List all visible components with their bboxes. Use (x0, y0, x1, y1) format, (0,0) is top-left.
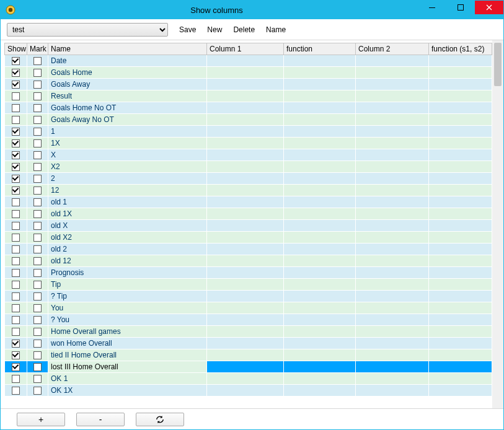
function2-cell[interactable] (429, 244, 492, 255)
table-row[interactable]: old 1 (5, 196, 492, 208)
mark-cell[interactable] (27, 267, 48, 279)
delete-button[interactable]: Delete (233, 25, 255, 34)
function-cell[interactable] (284, 326, 356, 338)
column1-cell[interactable] (207, 173, 284, 185)
column2-cell[interactable] (356, 196, 429, 208)
name-cell[interactable]: 1 (48, 126, 207, 138)
function-cell[interactable] (284, 55, 356, 67)
mark-checkbox[interactable] (33, 340, 42, 348)
column2-cell[interactable] (356, 361, 429, 373)
column1-cell[interactable] (207, 220, 284, 232)
show-cell[interactable] (5, 361, 27, 373)
mark-cell[interactable] (27, 208, 48, 220)
function2-cell[interactable] (429, 338, 492, 349)
mark-cell[interactable] (27, 373, 48, 385)
name-cell[interactable]: old 1X (48, 208, 207, 220)
header-column2[interactable]: Column 2 (356, 43, 429, 55)
function2-cell[interactable] (429, 90, 492, 102)
column2-cell[interactable] (356, 291, 429, 302)
column1-cell[interactable] (207, 114, 284, 126)
mark-cell[interactable] (27, 349, 48, 361)
function-cell[interactable] (284, 79, 356, 90)
function2-cell[interactable] (429, 79, 492, 90)
function-cell[interactable] (284, 208, 356, 220)
mark-checkbox[interactable] (33, 186, 42, 195)
vertical-scrollbar[interactable] (492, 40, 503, 408)
function-cell[interactable] (284, 244, 356, 255)
name-cell[interactable]: You (48, 302, 207, 314)
function2-cell[interactable] (429, 138, 492, 149)
column2-cell[interactable] (356, 244, 429, 255)
mark-checkbox[interactable] (33, 316, 42, 324)
mark-checkbox[interactable] (33, 257, 42, 265)
mark-checkbox[interactable] (33, 292, 42, 301)
table-row[interactable]: lost III Home Overall (5, 361, 492, 373)
name-cell[interactable]: ? Tip (48, 291, 207, 302)
show-checkbox[interactable] (12, 316, 20, 324)
table-row[interactable]: old 1X (5, 208, 492, 220)
mark-checkbox[interactable] (33, 175, 42, 183)
mark-cell[interactable] (27, 279, 48, 291)
function2-cell[interactable] (429, 185, 492, 196)
preset-select[interactable]: test (7, 23, 168, 37)
function2-cell[interactable] (429, 173, 492, 185)
show-checkbox[interactable] (12, 210, 20, 218)
show-cell[interactable] (5, 149, 27, 161)
show-cell[interactable] (5, 244, 27, 255)
function2-cell[interactable] (429, 279, 492, 291)
name-cell[interactable]: OK 1X (48, 385, 207, 397)
mark-checkbox[interactable] (33, 281, 42, 289)
column2-cell[interactable] (356, 149, 429, 161)
show-cell[interactable] (5, 302, 27, 314)
column1-cell[interactable] (207, 314, 284, 326)
table-row[interactable]: 12 (5, 185, 492, 196)
mark-cell[interactable] (27, 138, 48, 149)
table-row[interactable]: Goals Away (5, 79, 492, 90)
show-checkbox[interactable] (12, 139, 20, 147)
show-cell[interactable] (5, 102, 27, 114)
mark-checkbox[interactable] (33, 139, 42, 147)
header-function2[interactable]: function (s1, s2) (429, 43, 492, 55)
column1-cell[interactable] (207, 291, 284, 302)
show-cell[interactable] (5, 185, 27, 196)
column1-cell[interactable] (207, 79, 284, 90)
column2-cell[interactable] (356, 126, 429, 138)
mark-checkbox[interactable] (33, 163, 42, 171)
name-cell[interactable]: old 2 (48, 244, 207, 255)
column1-cell[interactable] (207, 361, 284, 373)
mark-cell[interactable] (27, 338, 48, 349)
function-cell[interactable] (284, 255, 356, 267)
mark-cell[interactable] (27, 90, 48, 102)
mark-checkbox[interactable] (33, 210, 42, 218)
maximize-button[interactable] (446, 1, 475, 14)
show-cell[interactable] (5, 349, 27, 361)
mark-checkbox[interactable] (33, 128, 42, 136)
column2-cell[interactable] (356, 220, 429, 232)
column2-cell[interactable] (356, 314, 429, 326)
column2-cell[interactable] (356, 90, 429, 102)
column1-cell[interactable] (207, 338, 284, 349)
show-checkbox[interactable] (12, 340, 20, 348)
show-cell[interactable] (5, 196, 27, 208)
function2-cell[interactable] (429, 208, 492, 220)
name-button[interactable]: Name (266, 25, 286, 34)
function2-cell[interactable] (429, 149, 492, 161)
show-cell[interactable] (5, 55, 27, 67)
mark-checkbox[interactable] (33, 375, 42, 383)
mark-cell[interactable] (27, 302, 48, 314)
name-cell[interactable]: Goals Home No OT (48, 102, 207, 114)
column1-cell[interactable] (207, 255, 284, 267)
column2-cell[interactable] (356, 279, 429, 291)
show-cell[interactable] (5, 173, 27, 185)
mark-cell[interactable] (27, 291, 48, 302)
name-cell[interactable]: Date (48, 55, 207, 67)
function2-cell[interactable] (429, 114, 492, 126)
header-name[interactable]: Name (48, 43, 207, 55)
table-row[interactable]: ? You (5, 314, 492, 326)
show-cell[interactable] (5, 267, 27, 279)
show-cell[interactable] (5, 114, 27, 126)
name-cell[interactable]: Goals Away No OT (48, 114, 207, 126)
mark-cell[interactable] (27, 196, 48, 208)
column1-cell[interactable] (207, 267, 284, 279)
table-row[interactable]: You (5, 302, 492, 314)
